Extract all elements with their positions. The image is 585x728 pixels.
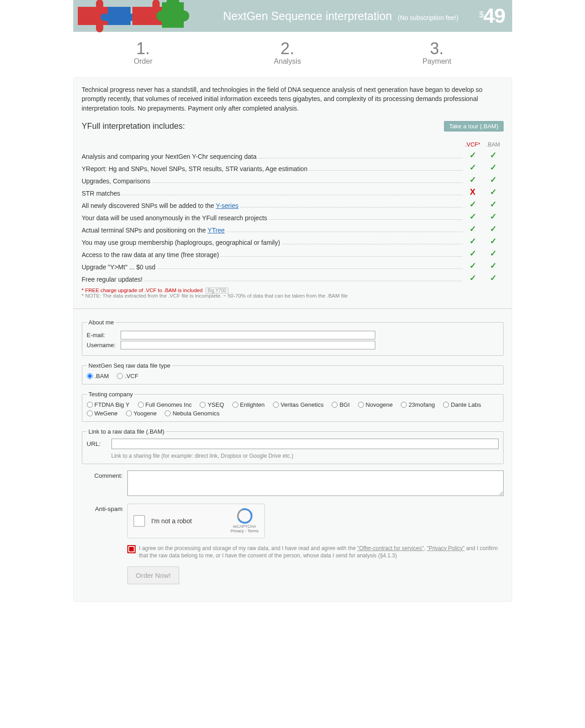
bam-mark: ✓ [483,150,504,160]
company-radio[interactable] [332,402,338,408]
feature-row: Upgrade "Y>Mt" ... $0 usd✓✓ [82,261,504,271]
recaptcha-logo: reCAPTCHA Privacy - Terms [231,508,259,533]
banner-title: NextGen Sequence interpretation (No subs… [223,10,459,23]
email-label: E-mail: [87,332,121,339]
company-radio[interactable] [358,402,364,408]
includes-title: YFull interpretation includes: [82,121,185,131]
recaptcha[interactable]: I'm not a robot reCAPTCHA Privacy - Term… [127,504,265,538]
company-radio[interactable] [401,402,407,408]
company-option[interactable]: 23mofang [401,401,435,408]
company-option[interactable]: WeGene [87,410,118,417]
order-now-button[interactable]: Order Now! [127,566,180,584]
col-bam: .BAM [483,142,504,148]
company-option[interactable]: Yoogene [126,410,157,417]
company-radio[interactable] [87,410,93,416]
vcf-mark: ✓ [463,261,483,271]
divider [74,308,512,309]
vcf-mark: ✓ [463,273,483,283]
feature-row: Upgrades, Comparisons✓✓ [82,175,504,185]
puzzle-logo [73,0,210,34]
intro-text: Technical progress never has a standstil… [82,85,504,113]
feature-label: Upgrades, Comparisons [82,177,463,185]
feature-row: Analysis and comparing your NextGen Y-Ch… [82,150,504,160]
bam-mark: ✓ [483,175,504,185]
email-field[interactable] [121,331,375,339]
filetype-option[interactable]: .VCF [117,373,138,379]
offer-contract-link[interactable]: "Offer-contract for services" [357,545,424,551]
company-radio[interactable] [200,402,206,408]
banner-subtitle: (No subscription fee!) [398,14,459,21]
vcf-mark: ✓ [463,175,483,185]
steps: 1. Order 2. Analysis 3. Payment [73,32,512,77]
vcf-mark: ✓ [463,199,483,209]
feature-table-header: .VCF* .BAM [82,142,504,148]
feature-link[interactable]: YTree [207,227,225,234]
feature-row: Your data will be used anonymously in th… [82,212,504,222]
feature-label: Actual terminal SNPs and positioning on … [82,227,463,234]
feature-label: STR matches [82,190,463,197]
step-payment: 3. Payment [423,39,451,66]
vcf-mark: ✓ [463,212,483,222]
take-tour-button[interactable]: Take a tour (.BAM) [444,121,503,131]
company-radio[interactable] [165,410,171,416]
company-radio[interactable] [232,402,238,408]
vcf-mark: ✓ [463,236,483,246]
feature-link[interactable]: Y-series [216,202,238,209]
company-option[interactable]: Novogene [358,401,393,408]
recaptcha-checkbox[interactable] [133,515,145,527]
company-option[interactable]: Nebula Genomics [165,410,219,417]
banner: NextGen Sequence interpretation (No subs… [73,0,512,32]
company-radio[interactable] [126,410,132,416]
bam-mark: ✓ [483,248,504,258]
comment-label: Comment: [82,470,127,497]
feature-label: Your data will be used anonymously in th… [82,214,463,222]
link-fieldset: Link to a raw data file (.BAM) URL: Link… [82,428,504,464]
notes: * FREE charge upgrade of .VCF to .BAM is… [82,288,504,298]
filetype-option[interactable]: .BAM [87,373,109,379]
consent-checkbox[interactable] [127,545,136,553]
consent-text: I agree on the processing and storage of… [139,545,504,559]
url-label: URL: [87,440,107,447]
username-field[interactable] [121,341,375,349]
privacy-policy-link[interactable]: "Privacy Policy" [427,545,464,551]
company-option[interactable]: FTDNA Big Y [87,401,130,408]
price: $49 [479,4,505,28]
feature-label: Access to the raw data at any time (free… [82,251,463,258]
company-option[interactable]: Full Genomes Inc [138,401,192,408]
company-radio[interactable] [138,402,144,408]
bam-mark: ✓ [483,261,504,271]
feature-row: Free regular updates!✓✓ [82,273,504,283]
company-option[interactable]: YSEQ [200,401,224,408]
comment-field[interactable] [127,470,504,496]
username-label: Username: [87,342,121,349]
company-option[interactable]: Enlighten [232,401,265,408]
bam-mark: ✓ [483,187,504,197]
company-radio[interactable] [273,402,279,408]
company-legend: Testing company [87,391,135,398]
company-option[interactable]: BGI [332,401,349,408]
feature-label: You may use group membership (haplogroup… [82,239,463,246]
col-vcf: .VCF* [463,142,483,148]
company-radio[interactable] [443,402,449,408]
bam-mark: ✓ [483,212,504,222]
consent-row: I agree on the processing and storage of… [127,545,504,559]
feature-label: Analysis and comparing your NextGen Y-Ch… [82,153,463,160]
feature-row: Actual terminal SNPs and positioning on … [82,224,504,234]
feature-label: Free regular updates! [82,276,463,283]
company-radio[interactable] [87,402,93,408]
filetype-radio[interactable] [87,373,93,379]
filetype-radio[interactable] [117,373,123,379]
about-me-fieldset: About me E-mail: Username: [82,319,504,356]
step-order: 1. Order [134,39,152,66]
feature-list: Analysis and comparing your NextGen Y-Ch… [82,150,504,283]
feature-label: YReport: Hg and SNPs, Novel SNPs, STR re… [82,165,463,172]
url-field[interactable] [111,439,499,449]
recaptcha-icon [237,508,252,524]
bam-mark: ✓ [483,162,504,172]
vcf-mark: ✓ [463,162,483,172]
bam-mark: ✓ [483,236,504,246]
company-option[interactable]: Veritas Genetics [273,401,324,408]
vcf-mark: X [463,187,483,197]
bam-mark: ✓ [483,224,504,234]
company-option[interactable]: Dante Labs [443,401,481,408]
